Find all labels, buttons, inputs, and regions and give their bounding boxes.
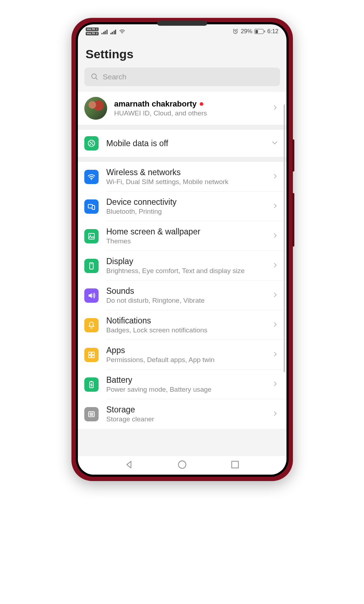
settings-item-notifications[interactable]: Notifications Badges, Lock screen notifi…	[78, 310, 286, 340]
svg-rect-5	[92, 206, 95, 209]
settings-item-storage[interactable]: Storage Storage cleaner	[78, 399, 286, 429]
page-header: Settings	[78, 36, 286, 68]
battery-pct: 29%	[241, 28, 252, 35]
svg-rect-6	[89, 233, 94, 239]
chevron-right-icon	[271, 262, 279, 270]
svg-rect-10	[92, 352, 94, 355]
battery-tile-icon	[84, 377, 99, 392]
svg-point-16	[178, 461, 186, 469]
alarm-icon	[232, 28, 239, 35]
item-subtitle: Power saving mode, Battery usage	[106, 386, 264, 393]
bell-icon	[84, 318, 99, 332]
mobile-data-icon	[84, 136, 99, 150]
sound-icon	[84, 288, 99, 303]
status-bar: VoLTE 1 VoLTE 2 29% 6:12	[78, 24, 286, 36]
item-subtitle: Do not disturb, Ringtone, Vibrate	[106, 297, 264, 305]
item-title: Storage	[106, 405, 264, 415]
chevron-down-icon	[271, 139, 279, 148]
apps-icon	[84, 348, 99, 362]
settings-item-battery[interactable]: Battery Power saving mode, Battery usage	[78, 370, 286, 399]
battery-icon	[254, 29, 265, 34]
mobile-data-label: Mobile data is off	[106, 139, 263, 148]
devices-icon	[84, 199, 99, 214]
svg-rect-17	[231, 461, 238, 468]
item-title: Display	[106, 257, 264, 266]
settings-item-apps[interactable]: Apps Permissions, Default apps, App twin	[78, 340, 286, 370]
item-subtitle: Badges, Lock screen notifications	[106, 326, 264, 334]
display-icon	[84, 259, 99, 273]
chevron-right-icon	[271, 380, 279, 389]
item-title: Notifications	[106, 316, 264, 326]
item-title: Sounds	[106, 286, 264, 296]
account-name: amarnath chakraborty	[114, 99, 197, 109]
item-title: Home screen & wallpaper	[106, 227, 264, 237]
wallpaper-icon	[84, 229, 99, 243]
phone-frame: VoLTE 1 VoLTE 2 29% 6:12 Settings	[71, 18, 293, 481]
svg-rect-12	[92, 355, 94, 358]
search-icon	[91, 73, 99, 81]
signal1-icon	[101, 29, 108, 34]
item-subtitle: Wi-Fi, Dual SIM settings, Mobile network	[106, 178, 264, 186]
svg-rect-9	[89, 352, 91, 355]
item-subtitle: Themes	[106, 237, 264, 245]
chevron-right-icon	[271, 173, 279, 181]
page-title: Settings	[86, 47, 279, 61]
signal2-icon	[110, 29, 116, 34]
chevron-right-icon	[271, 321, 279, 330]
chevron-right-icon	[271, 410, 279, 419]
wifi-icon	[119, 28, 125, 35]
scrollbar[interactable]	[284, 104, 285, 372]
item-title: Apps	[106, 346, 264, 355]
item-title: Battery	[106, 375, 264, 385]
clock: 6:12	[267, 28, 278, 35]
wifi-tile-icon	[84, 170, 99, 184]
svg-rect-14	[91, 381, 92, 382]
notification-dot-icon	[200, 102, 203, 106]
volte1-indicator: VoLTE 1	[86, 28, 99, 31]
settings-item-sounds[interactable]: Sounds Do not disturb, Ringtone, Vibrate	[78, 281, 286, 310]
content-area: Settings Search amarnath chakraborty HUA…	[78, 36, 286, 456]
item-title: Wireless & networks	[106, 168, 264, 177]
avatar	[84, 97, 107, 120]
volte2-indicator: VoLTE 2	[86, 32, 99, 35]
item-subtitle: Permissions, Default apps, App twin	[106, 356, 264, 364]
item-subtitle: Brightness, Eye comfort, Text and displa…	[106, 267, 264, 275]
chevron-right-icon	[271, 232, 279, 241]
settings-item-home-wallpaper[interactable]: Home screen & wallpaper Themes	[78, 221, 286, 251]
phone-notch	[157, 21, 207, 26]
search-input[interactable]: Search	[84, 68, 280, 86]
power-button	[292, 193, 294, 247]
home-button[interactable]	[177, 460, 187, 471]
android-nav-bar	[78, 456, 286, 475]
chevron-right-icon	[271, 202, 279, 211]
item-subtitle: Storage cleaner	[106, 415, 264, 423]
volume-button	[292, 139, 294, 172]
svg-rect-11	[89, 355, 91, 358]
account-row[interactable]: amarnath chakraborty HUAWEI ID, Cloud, a…	[78, 92, 286, 125]
item-title: Device connectivity	[106, 197, 264, 207]
settings-item-display[interactable]: Display Brightness, Eye comfort, Text an…	[78, 251, 286, 281]
svg-point-7	[90, 234, 91, 236]
storage-icon	[84, 407, 99, 421]
svg-point-3	[91, 179, 92, 180]
chevron-right-icon	[271, 291, 279, 300]
settings-item-wireless[interactable]: Wireless & networks Wi-Fi, Dual SIM sett…	[78, 162, 286, 192]
mobile-data-row[interactable]: Mobile data is off	[78, 130, 286, 157]
recents-button[interactable]	[230, 460, 240, 471]
back-button[interactable]	[124, 460, 134, 471]
chevron-right-icon	[271, 351, 279, 359]
search-placeholder: Search	[103, 73, 127, 81]
chevron-right-icon	[271, 104, 279, 113]
settings-item-device-connectivity[interactable]: Device connectivity Bluetooth, Printing	[78, 192, 286, 221]
item-subtitle: Bluetooth, Printing	[106, 208, 264, 216]
account-subtitle: HUAWEI ID, Cloud, and others	[114, 109, 264, 117]
